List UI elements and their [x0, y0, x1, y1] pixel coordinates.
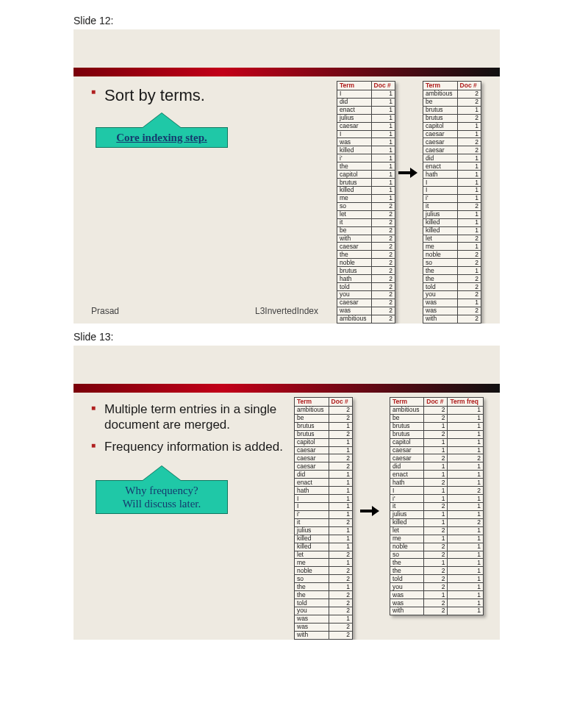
table-row: was1: [295, 615, 353, 623]
slide-12-bullets: Sort by terms.: [91, 85, 326, 106]
table-row: with2: [423, 315, 481, 323]
table-row: brutus1: [295, 422, 353, 430]
term-cell: the: [295, 591, 329, 599]
table-header: Doc #: [424, 398, 448, 407]
table-row: it2: [423, 202, 481, 210]
term-cell: brutus: [423, 114, 458, 122]
term-cell: julius: [390, 510, 424, 518]
table-row: caesar22: [390, 454, 484, 462]
value-cell: 2: [329, 430, 352, 438]
table-row: did1: [423, 154, 481, 162]
term-cell: caesar: [423, 146, 458, 154]
value-cell: 1: [457, 226, 481, 235]
table-row: hath2: [337, 275, 395, 283]
term-cell: capitol: [390, 438, 424, 446]
value-cell: 2: [424, 454, 448, 462]
term-cell: ambitious: [337, 315, 372, 323]
value-cell: 1: [448, 422, 484, 430]
term-cell: told: [295, 599, 329, 607]
term-cell: the: [390, 567, 424, 575]
value-cell: 1: [371, 162, 395, 171]
value-cell: 2: [371, 251, 395, 259]
table-row: capitol1: [295, 438, 353, 446]
value-cell: 1: [457, 171, 481, 179]
term-cell: did: [337, 98, 372, 106]
table-header: Doc #: [457, 82, 481, 90]
table-row: ambitious2: [423, 90, 481, 98]
value-cell: 2: [457, 259, 481, 267]
value-cell: 2: [457, 315, 481, 323]
term-cell: killed: [295, 535, 329, 543]
value-cell: 1: [424, 495, 448, 503]
table-row: I1: [423, 186, 481, 194]
table-row: I1: [337, 130, 395, 138]
value-cell: 2: [371, 202, 395, 210]
value-cell: 2: [424, 551, 448, 559]
term-cell: told: [423, 283, 458, 291]
table-row: capitol1: [337, 171, 395, 179]
term-cell: I: [390, 487, 424, 495]
value-cell: 1: [329, 438, 352, 446]
table-row: it2: [295, 518, 353, 526]
value-cell: 2: [424, 479, 448, 487]
value-cell: 1: [424, 471, 448, 479]
value-cell: 1: [424, 438, 448, 446]
table-row: brutus21: [390, 430, 484, 438]
value-cell: 1: [371, 106, 395, 114]
term-cell: was: [423, 307, 458, 315]
table-row: i'11: [390, 495, 484, 503]
value-cell: 1: [424, 559, 448, 567]
term-cell: the: [295, 583, 329, 591]
table-row: was1: [337, 138, 395, 146]
term-cell: did: [423, 154, 458, 162]
value-cell: 2: [457, 146, 481, 154]
term-cell: caesar: [337, 299, 372, 307]
slide12-right-table: TermDoc #ambitious2be2brutus1brutus2capi…: [423, 81, 481, 324]
value-cell: 1: [448, 446, 484, 454]
table-row: was1: [423, 299, 481, 307]
table-row: brutus2: [295, 430, 353, 438]
value-cell: 2: [457, 202, 481, 210]
table-row: noble21: [390, 543, 484, 551]
value-cell: 2: [371, 307, 395, 315]
term-cell: be: [390, 414, 424, 422]
term-cell: so: [390, 551, 424, 559]
term-cell: I: [295, 495, 329, 503]
bullet-entries-merged: Multiple term entries in a single docume…: [104, 401, 290, 433]
table-header: Term: [337, 82, 372, 90]
value-cell: 1: [424, 535, 448, 543]
value-cell: 2: [371, 290, 395, 299]
value-cell: 2: [424, 567, 448, 575]
term-cell: was: [295, 623, 329, 631]
term-cell: ambitious: [423, 90, 458, 98]
slide12-left-table: TermDoc #I1did1enact1julius1caesar1I1was…: [337, 81, 395, 324]
table-row: so21: [390, 551, 484, 559]
term-cell: caesar: [390, 446, 424, 454]
value-cell: 2: [371, 283, 395, 291]
value-cell: 2: [424, 599, 448, 607]
term-cell: let: [295, 551, 329, 559]
right-arrow-icon: [360, 507, 379, 515]
term-cell: i': [295, 510, 329, 518]
table-row: julius11: [390, 510, 484, 518]
page: Slide 12: Sort by terms. Core indexing s…: [0, 0, 588, 662]
value-cell: 1: [448, 599, 484, 607]
value-cell: 1: [448, 551, 484, 559]
value-cell: 1: [371, 171, 395, 179]
term-cell: the: [423, 267, 458, 275]
table-row: killed1: [423, 226, 481, 235]
table-row: the2: [423, 275, 481, 283]
term-cell: killed: [423, 218, 458, 226]
table-row: I12: [390, 487, 484, 495]
value-cell: 2: [457, 307, 481, 315]
value-cell: 1: [371, 179, 395, 187]
table-row: did1: [337, 98, 395, 106]
value-cell: 1: [457, 154, 481, 162]
term-cell: killed: [337, 186, 372, 194]
term-cell: was: [337, 307, 372, 315]
table-row: caesar2: [337, 243, 395, 251]
table-row: the21: [390, 567, 484, 575]
term-cell: the: [337, 251, 372, 259]
table-row: noble2: [423, 251, 481, 259]
term-cell: brutus: [390, 430, 424, 438]
